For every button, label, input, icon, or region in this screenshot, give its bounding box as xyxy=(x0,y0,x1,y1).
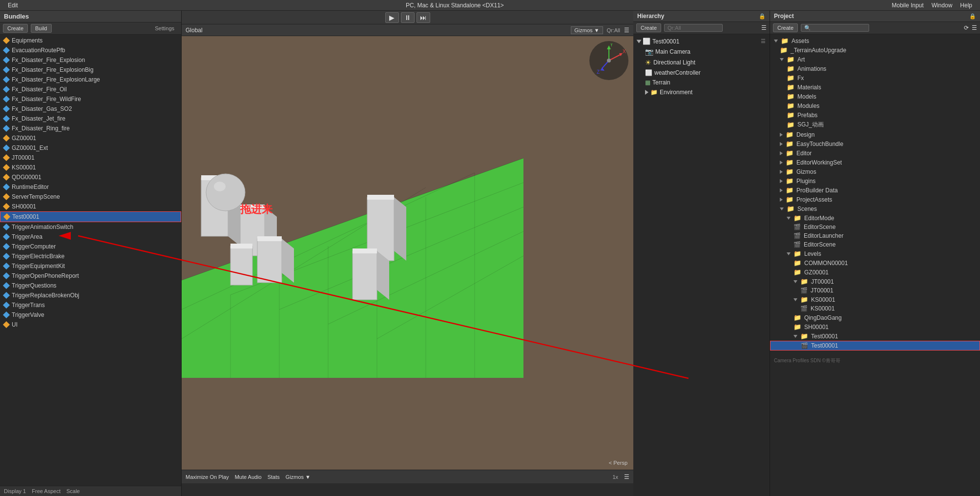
project-editorscene1[interactable]: 🎬 EditorScene xyxy=(770,223,980,231)
nav-gizmo[interactable]: Y X Z xyxy=(589,41,628,80)
project-search[interactable] xyxy=(801,24,869,32)
bundles-settings-btn[interactable]: Settings xyxy=(151,24,178,32)
project-prefabs[interactable]: 📁 Prefabs xyxy=(770,110,980,120)
hierarchy-directional-light[interactable]: ☀ Directional Light xyxy=(633,57,770,68)
hierarchy-environment[interactable]: 📁 Environment xyxy=(633,87,770,97)
project-editor[interactable]: 📁 Editor xyxy=(770,148,980,158)
hierarchy-terrain[interactable]: ▦ Terrain xyxy=(633,78,770,87)
menu-item-edit[interactable]: Edit xyxy=(4,1,22,10)
list-item-trigger-replace[interactable]: TriggerReplaceBrokenObj xyxy=(0,290,181,300)
project-probuilder[interactable]: 📁 ProBuilder Data xyxy=(770,186,980,195)
project-easytouch[interactable]: 📁 EasyTouchBundle xyxy=(770,139,980,148)
project-design[interactable]: 📁 Design xyxy=(770,130,980,139)
project-editorlauncher[interactable]: 🎬 EditorLauncher xyxy=(770,231,980,240)
list-item-trigger-valve[interactable]: TriggerValve xyxy=(0,310,181,320)
list-item-gz00001ext[interactable]: GZ00001_Ext xyxy=(0,143,181,153)
project-materials[interactable]: 📁 Materials xyxy=(770,83,980,92)
options-icon-bottom[interactable]: ☰ xyxy=(624,474,629,480)
maximize-btn[interactable]: Maximize On Play xyxy=(186,474,229,480)
list-item-trigger-comp[interactable]: TriggerComputer xyxy=(0,242,181,251)
bundles-build-btn[interactable]: Build xyxy=(31,24,51,33)
list-item-ui[interactable]: UI xyxy=(0,320,181,330)
gizmos-dropdown[interactable]: Gizmos ▼ xyxy=(571,26,603,34)
step-button[interactable]: ⏭ xyxy=(417,12,430,23)
list-item-qdg00001[interactable]: QDG00001 xyxy=(0,172,181,182)
project-projectassets[interactable]: 📁 ProjectAssets xyxy=(770,195,980,204)
project-ks00001-scene[interactable]: 🎬 KS00001 xyxy=(770,304,980,313)
list-item-fx-fire-expbig[interactable]: Fx_Disaster_Fire_ExplosionBig xyxy=(0,65,181,75)
project-levels[interactable]: 📁 Levels xyxy=(770,249,980,258)
project-editorworkingset[interactable]: 📁 EditorWorkingSet xyxy=(770,158,980,167)
options-icon[interactable]: ☰ xyxy=(624,27,629,34)
hierarchy-weather-controller[interactable]: ⬜ weatherController xyxy=(633,68,770,78)
project-fx[interactable]: 📁 Fx xyxy=(770,73,980,83)
list-item-sh00001[interactable]: SH00001 xyxy=(0,202,181,211)
project-animations[interactable]: 📁 Animations xyxy=(770,64,980,73)
project-editorscene2[interactable]: 🎬 EditorScene xyxy=(770,240,980,249)
list-item-trigger-trans[interactable]: TriggerTrans xyxy=(0,300,181,310)
list-item-fx-ring[interactable]: Fx_Disaster_Ring_fire xyxy=(0,124,181,133)
list-item-trigger-anim[interactable]: TriggerAnimationSwitch xyxy=(0,222,181,232)
project-jt00001-folder[interactable]: 📁 JT00001 xyxy=(770,277,980,286)
project-assets-root[interactable]: 📁 Assets xyxy=(770,36,980,45)
project-sgj[interactable]: 📁 SGJ_动画 xyxy=(770,120,980,130)
list-item-server[interactable]: ServerTempScene xyxy=(0,192,181,202)
project-options2[interactable]: ☰ xyxy=(972,24,977,31)
list-item-fx-gas[interactable]: Fx_Disaster_Gas_SO2 xyxy=(0,104,181,114)
project-common[interactable]: 📁 COMMON00001 xyxy=(770,258,980,268)
list-item-fx-fire-explarge[interactable]: Fx_Disaster_Fire_ExplosionLarge xyxy=(0,75,181,84)
mute-btn[interactable]: Mute Audio xyxy=(235,474,262,480)
project-editormode[interactable]: 📁 EditorMode xyxy=(770,213,980,223)
list-item-trigger-elec[interactable]: TriggerElectricBrake xyxy=(0,251,181,261)
list-item-runtime[interactable]: RuntimeEditor xyxy=(0,182,181,192)
stats-btn[interactable]: Stats xyxy=(268,474,280,480)
play-button[interactable]: ▶ xyxy=(385,12,399,23)
pause-button[interactable]: ⏸ xyxy=(401,12,415,23)
list-item-trigger-phone[interactable]: TriggerOpenPhoneReport xyxy=(0,271,181,281)
scene-canvas[interactable]: Y X Z < Persp 拖进来 xyxy=(182,36,633,470)
hierarchy-options[interactable]: ☰ xyxy=(761,24,767,31)
list-item-equipments[interactable]: Equipments xyxy=(0,36,181,45)
list-item-fx-jet[interactable]: Fx_Disaster_Jet_fire xyxy=(0,114,181,124)
hierarchy-main-camera[interactable]: 📷 Main Camera xyxy=(633,46,770,57)
project-gizmos[interactable]: 📁 Gizmos xyxy=(770,167,980,176)
list-item-fx-fire-oil[interactable]: Fx_Disaster_Fire_Oil xyxy=(0,84,181,94)
project-gz00001[interactable]: 📁 GZ00001 xyxy=(770,268,980,277)
project-options1[interactable]: ⟳ xyxy=(964,24,969,31)
project-sh00001[interactable]: 📁 SH00001 xyxy=(770,322,980,331)
list-item-trigger-quest[interactable]: TriggerQuestions xyxy=(0,281,181,290)
project-test00001-scene[interactable]: 🎬 Test00001 xyxy=(770,341,980,351)
menu-item-mobile[interactable]: Mobile Input xyxy=(888,1,927,10)
list-item-fx-wildfire[interactable]: Fx_Disaster_Fire_WildFire xyxy=(0,94,181,104)
project-ks00001-folder[interactable]: 📁 KS00001 xyxy=(770,295,980,304)
hierarchy-create-btn[interactable]: Create xyxy=(636,23,661,32)
project-terrain-auto[interactable]: 📁 _TerrainAutoUpgrade xyxy=(770,45,980,55)
assets-label: Assets xyxy=(792,38,809,44)
list-item-jt00001[interactable]: JT00001 xyxy=(0,153,181,163)
list-item-fx-fire-exp[interactable]: Fx_Disaster_Fire_Explosion xyxy=(0,55,181,65)
list-item-test00001[interactable]: Test00001 xyxy=(0,211,181,222)
hierarchy-scene-root[interactable]: ⬜ Test00001 ☰ xyxy=(633,36,770,46)
project-art[interactable]: 📁 Art xyxy=(770,55,980,64)
list-item-evacuation[interactable]: EvacuationRoutePfb xyxy=(0,45,181,55)
list-item-trigger-area[interactable]: TriggerArea xyxy=(0,232,181,242)
project-modules[interactable]: 📁 Modules xyxy=(770,101,980,110)
bundles-create-btn[interactable]: Create xyxy=(3,24,28,33)
folder-icon: 📁 xyxy=(780,46,788,54)
scene-options[interactable]: ☰ xyxy=(761,38,766,44)
project-qingdaogang[interactable]: 📁 QingDaoGang xyxy=(770,313,980,322)
hierarchy-search[interactable] xyxy=(664,24,723,32)
menu-item-help[interactable]: Help xyxy=(956,1,976,10)
menu-item-window[interactable]: Window xyxy=(928,1,957,10)
diamond-icon xyxy=(3,193,10,200)
list-item-trigger-equip[interactable]: TriggerEquipmentKit xyxy=(0,261,181,271)
list-item-gz00001[interactable]: GZ00001 xyxy=(0,133,181,143)
gizmos-btn[interactable]: Gizmos ▼ xyxy=(286,474,311,480)
project-jt00001-scene[interactable]: 🎬 JT00001 xyxy=(770,286,980,295)
project-create-btn[interactable]: Create xyxy=(773,23,798,32)
project-test00001-folder[interactable]: 📁 Test00001 xyxy=(770,331,980,341)
project-scenes[interactable]: 📁 Scenes xyxy=(770,204,980,213)
project-models[interactable]: 📁 Models xyxy=(770,92,980,101)
project-plugins[interactable]: 📁 Plugins xyxy=(770,176,980,186)
list-item-ks00001[interactable]: KS00001 xyxy=(0,163,181,172)
